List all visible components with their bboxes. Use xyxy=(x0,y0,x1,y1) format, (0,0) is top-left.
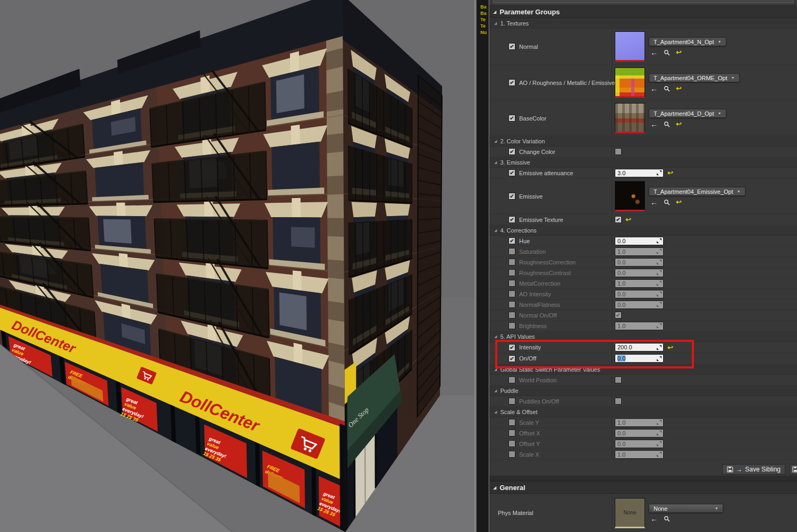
param-enable-checkbox[interactable] xyxy=(508,440,515,447)
category-global-static-switch-parameter-values[interactable]: ◢Global Static Switch Parameter Values xyxy=(489,364,797,375)
value-field-ao-intensity[interactable]: 0.0 xyxy=(615,290,664,298)
value-field-scale-x[interactable]: 1.0 xyxy=(615,450,664,459)
value-field-normalflatness[interactable]: 0.0 xyxy=(615,301,664,309)
param-enable-checkbox[interactable] xyxy=(508,376,515,383)
param-enable-checkbox[interactable] xyxy=(508,248,515,255)
category-scale-offset[interactable]: ◢Scale & Offset xyxy=(489,407,797,417)
phys-material-thumbnail[interactable]: None xyxy=(615,498,645,528)
category-3-emissive[interactable]: ◢3. Emissive xyxy=(489,157,797,168)
use-selected-asset-icon[interactable]: ← xyxy=(650,49,658,56)
value-checkbox-world-position[interactable] xyxy=(615,376,622,383)
reset-to-default-icon[interactable]: ↩ xyxy=(625,216,631,223)
use-selected-asset-icon[interactable]: ← xyxy=(650,199,658,205)
collapse-arrow-icon[interactable]: ◢ xyxy=(494,21,497,25)
texture-thumbnail-ao-roughness-metallic-emissive[interactable] xyxy=(615,67,645,98)
param-enable-checkbox[interactable] xyxy=(508,280,515,287)
value-field-saturation[interactable]: 1.0 xyxy=(615,247,664,256)
param-enable-checkbox[interactable]: ✔ xyxy=(508,115,515,122)
value-field-offset-x[interactable]: 0.0 xyxy=(615,429,664,437)
param-enable-checkbox[interactable] xyxy=(508,398,515,405)
collapse-arrow-icon[interactable]: ◢ xyxy=(494,389,497,393)
collapse-arrow-icon[interactable]: ◢ xyxy=(494,367,497,372)
browse-asset-icon[interactable] xyxy=(664,49,670,56)
value-checkbox-puddles-on-off[interactable] xyxy=(615,398,622,405)
texture-thumbnail-basecolor[interactable] xyxy=(615,103,645,133)
texture-asset-dropdown[interactable]: T_Apartment04_N_Opt▼ xyxy=(649,37,726,46)
collapse-arrow-icon[interactable]: ◢ xyxy=(494,160,497,165)
value-field-brightness[interactable]: 1.0 xyxy=(615,322,664,330)
param-enable-checkbox[interactable]: ✔ xyxy=(508,216,515,223)
save-child-button-clipped[interactable] xyxy=(790,464,797,475)
param-enable-checkbox[interactable] xyxy=(508,301,515,308)
category-5-api-values[interactable]: ◢5. API Values xyxy=(489,331,797,342)
category-1-textures[interactable]: ◢1. Textures xyxy=(489,18,797,29)
param-enable-checkbox[interactable]: ✔ xyxy=(508,193,515,200)
param-enable-checkbox[interactable]: ✔ xyxy=(508,79,515,86)
row-puddles-on-off: Puddles On/Off xyxy=(489,396,797,407)
param-enable-checkbox[interactable]: ✔ xyxy=(508,237,515,244)
param-label: Puddles On/Off xyxy=(519,398,559,405)
value-checkbox-change-color[interactable] xyxy=(615,148,622,155)
value-checkbox-normal-on-off[interactable]: ✔ xyxy=(615,312,622,319)
value-field-hue[interactable]: 0.0 xyxy=(615,237,664,245)
value-field-roughnesscontrast[interactable]: 0.0 xyxy=(615,269,664,277)
reset-to-default-icon[interactable]: ↩ xyxy=(667,344,673,351)
collapse-arrow-icon[interactable]: ◢ xyxy=(494,228,497,233)
collapse-arrow-icon[interactable]: ◢ xyxy=(493,10,496,14)
texture-asset-dropdown[interactable]: T_Apartment04_ORME_Opt▼ xyxy=(649,73,740,82)
browse-asset-icon[interactable] xyxy=(664,121,670,127)
param-enable-checkbox[interactable] xyxy=(508,290,515,297)
value-checkbox-emissive-texture[interactable]: ✔ xyxy=(615,216,622,223)
param-enable-checkbox[interactable] xyxy=(508,451,515,458)
collapse-arrow-icon[interactable]: ◢ xyxy=(494,410,497,414)
use-selected-asset-icon[interactable]: ← xyxy=(650,516,658,522)
reset-to-default-icon[interactable]: ↩ xyxy=(676,199,682,205)
3d-viewport[interactable]: DollCenterDollCentergreatvalueeveryday!1… xyxy=(0,0,476,532)
value-field-metalcorrection[interactable]: 1.0 xyxy=(615,279,664,288)
parameter-groups-title: Parameter Groups xyxy=(499,8,559,16)
param-enable-checkbox[interactable]: ✔ xyxy=(508,355,515,362)
param-enable-checkbox[interactable] xyxy=(508,312,515,319)
texture-asset-dropdown[interactable]: T_Apartment04_D_Opt▼ xyxy=(649,109,726,118)
param-enable-checkbox[interactable] xyxy=(508,322,515,329)
param-enable-checkbox[interactable] xyxy=(508,430,515,436)
collapse-arrow-icon[interactable]: ◢ xyxy=(493,485,496,490)
collapse-arrow-icon[interactable]: ◢ xyxy=(494,139,497,143)
row-brightness: Brightness1.0 xyxy=(489,321,797,331)
general-header[interactable]: ◢ General xyxy=(489,481,797,494)
param-enable-checkbox[interactable] xyxy=(508,419,515,426)
value-field-scale-y[interactable]: 1.0 xyxy=(615,418,664,427)
texture-thumbnail-emissive[interactable] xyxy=(615,181,645,211)
category-puddle[interactable]: ◢Puddle xyxy=(489,385,797,396)
param-enable-checkbox[interactable] xyxy=(508,269,515,276)
param-enable-checkbox[interactable]: ✔ xyxy=(508,169,515,176)
collapse-arrow-icon[interactable]: ◢ xyxy=(494,334,497,339)
category-2-color-variation[interactable]: ◢2. Color Variation xyxy=(489,136,797,147)
browse-asset-icon[interactable] xyxy=(664,199,670,205)
reset-to-default-icon[interactable]: ↩ xyxy=(676,49,682,56)
reset-to-default-icon[interactable]: ↩ xyxy=(676,85,682,92)
param-enable-checkbox[interactable]: ✔ xyxy=(508,148,515,155)
browse-asset-icon[interactable] xyxy=(664,516,670,522)
search-details-input[interactable]: Search Details xyxy=(493,0,794,3)
browse-asset-icon[interactable] xyxy=(664,85,670,92)
texture-asset-dropdown[interactable]: T_Apartment04_Emissive_Opt▼ xyxy=(649,187,745,196)
save-sibling-button[interactable]: → Save Sibling xyxy=(722,464,785,475)
parameter-groups-header[interactable]: ◢ Parameter Groups xyxy=(489,5,797,18)
param-enable-checkbox[interactable]: ✔ xyxy=(508,344,515,351)
value-field-roughnesscorrection[interactable]: 0.0 xyxy=(615,258,664,267)
use-selected-asset-icon[interactable]: ← xyxy=(650,85,658,92)
param-enable-checkbox[interactable] xyxy=(508,259,515,265)
value-field-offset-y[interactable]: 0.0 xyxy=(615,440,664,448)
reset-to-default-icon[interactable]: ↩ xyxy=(676,121,682,127)
value-field-on-off[interactable]: 0.0 xyxy=(615,354,664,363)
reset-to-default-icon[interactable]: ↩ xyxy=(667,169,673,176)
category-4-corrections[interactable]: ◢4. Corrections xyxy=(489,225,797,236)
use-selected-asset-icon[interactable]: ← xyxy=(650,121,658,127)
value-field-emissive-attenuance[interactable]: 3.0 xyxy=(615,169,664,177)
texture-thumbnail-normal[interactable] xyxy=(615,31,645,62)
param-enable-checkbox[interactable]: ✔ xyxy=(508,43,515,50)
phys-material-dropdown[interactable]: None ▼ xyxy=(649,504,723,513)
column-splitter[interactable] xyxy=(612,494,612,532)
value-field-intensity[interactable]: 200.0 xyxy=(615,343,664,351)
